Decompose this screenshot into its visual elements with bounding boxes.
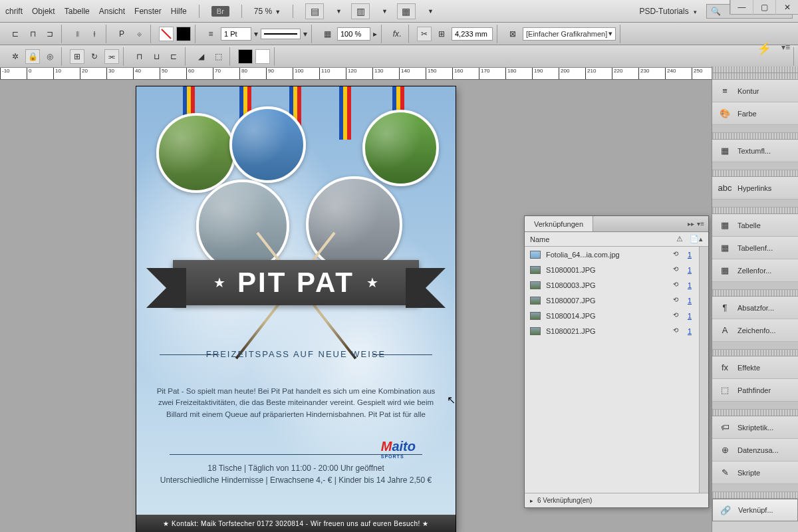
workspace-switcher[interactable]: PSD-Tutorials ▾ [639, 7, 697, 16]
align-right-icon[interactable]: ⊐ [43, 27, 57, 41]
dock-item-verkn-pf-[interactable]: 🔗Verknüpf... [712, 499, 798, 521]
crop-icon[interactable]: ✂ [417, 27, 432, 41]
corner-icon[interactable]: ◢ [194, 49, 208, 64]
fill-black-swatch[interactable] [238, 49, 253, 64]
dock-item-pathfinder[interactable]: ⬚Pathfinder [712, 379, 798, 402]
dock-item-tabelle[interactable]: ▦Tabelle [712, 214, 798, 237]
fill-swatch[interactable] [159, 27, 174, 41]
dock-item-farbe[interactable]: 🎨Farbe [712, 102, 798, 125]
link-count[interactable]: 1 [686, 266, 694, 274]
rotate-icon[interactable]: ↻ [87, 49, 102, 64]
link-thumbnail [530, 327, 541, 335]
zoom-level[interactable]: 75 %▼ [254, 7, 281, 16]
minimize-button[interactable]: — [730, 0, 753, 15]
dock-item-skripte[interactable]: ✎Skripte [712, 462, 798, 484]
link-count[interactable]: 1 [686, 251, 694, 259]
link-icon[interactable]: ⫘ [104, 49, 119, 64]
menu-objekt[interactable]: Objekt [32, 7, 55, 16]
links-scrollbar[interactable] [699, 247, 708, 493]
dock-grip[interactable] [712, 66, 798, 73]
stroke-swatch[interactable] [176, 27, 191, 41]
dock-item-textumfl-[interactable]: ▦Textumfl... [712, 140, 798, 162]
relink-icon[interactable]: ⟲ [671, 311, 680, 321]
links-tab[interactable]: Verknüpfungen [525, 216, 593, 231]
pathfinder-icon[interactable]: ⬚ [211, 49, 225, 64]
dock-item-zeichenfo-[interactable]: AZeichenfo... [712, 319, 798, 342]
dock-item-hyperlinks[interactable]: abcHyperlinks [712, 177, 798, 200]
measure-input[interactable] [452, 27, 493, 41]
link-row[interactable]: Fotolia_64...ia.com.jpg ⟲ 1 [525, 247, 699, 262]
dock-item-skriptetik-[interactable]: 🏷Skriptetik... [712, 416, 798, 439]
paragraph-icon[interactable]: P [114, 27, 129, 41]
dock-item-icon: fx [719, 362, 731, 373]
dock-item-tabellenf-[interactable]: ▦Tabellenf... [712, 237, 798, 259]
distribute-h-icon[interactable]: ⫴ [70, 27, 84, 41]
menu-fenster[interactable]: Fenster [134, 7, 162, 16]
align-center-icon[interactable]: ⊓ [25, 27, 40, 41]
link-row[interactable]: S1080014.JPG ⟲ 1 [525, 308, 699, 323]
grid-icon[interactable]: ⊞ [70, 49, 84, 64]
expand-icon[interactable]: ▸ [530, 497, 533, 504]
bridge-button[interactable]: Br [211, 6, 229, 17]
link-count[interactable]: 1 [686, 297, 694, 305]
fill-white-swatch[interactable] [255, 49, 270, 64]
photo-circle-1[interactable] [156, 113, 236, 193]
view-mode-2-icon[interactable]: ▥ [351, 3, 370, 19]
links-list[interactable]: Fotolia_64...ia.com.jpg ⟲ 1 S1080001.JPG… [525, 247, 699, 493]
fx-icon[interactable]: fx. [390, 27, 404, 41]
dock-item-kontur[interactable]: ≡Kontur [712, 80, 798, 102]
panel-menu-icon[interactable]: ▾≡ [697, 220, 704, 227]
wrap-icon[interactable]: ⊔ [149, 49, 164, 64]
dock-item-zellenfor-[interactable]: ▦Zellenfor... [712, 259, 798, 282]
ruler-tick: 30 [106, 68, 133, 79]
link-count[interactable]: 1 [686, 281, 694, 289]
opacity-input[interactable] [337, 27, 370, 41]
column-page-icon[interactable]: 📄▴ [690, 235, 703, 243]
panel-menu-icon[interactable]: ▾≡ [781, 43, 790, 52]
lock-icon[interactable]: 🔒 [25, 49, 40, 64]
maximize-button[interactable]: ▢ [753, 0, 775, 15]
dock-item-datenzusa-[interactable]: ⊕Datenzusa... [712, 439, 798, 462]
relink-icon[interactable]: ⟲ [671, 327, 680, 336]
anchor-icon[interactable]: ⊓ [132, 49, 146, 64]
dock-item-effekte[interactable]: fxEffekte [712, 356, 798, 379]
relink-icon[interactable]: ⟲ [671, 250, 680, 259]
view-mode-1-icon[interactable]: ▤ [305, 3, 324, 19]
link-count[interactable]: 1 [686, 312, 694, 320]
link-row[interactable]: S1080003.JPG ⟲ 1 [525, 277, 699, 293]
snap-icon[interactable]: ✲ [8, 49, 23, 64]
link-row[interactable]: S1080021.JPG ⟲ 1 [525, 323, 699, 338]
close-button[interactable]: ✕ [775, 0, 798, 15]
warp-icon[interactable]: ⟐ [132, 27, 146, 41]
link-row[interactable]: S1080007.JPG ⟲ 1 [525, 293, 699, 308]
align-left-icon[interactable]: ⊏ [8, 27, 23, 41]
photo-circle-2[interactable] [229, 106, 306, 183]
links-panel[interactable]: Verknüpfungen ▸▸ ▾≡ Name ⚠ 📄▴ Fotolia_64… [524, 215, 709, 508]
horizontal-ruler[interactable]: -100102030405060708090100110120130140150… [0, 68, 798, 80]
ruler-tick: 40 [133, 68, 160, 79]
relink-icon[interactable]: ⟲ [671, 281, 680, 290]
title-banner[interactable]: ★ PIT PAT ★ [150, 256, 442, 309]
document-page[interactable]: ★ PIT PAT ★ FREIZEITSPASS AUF NEUE WEISE… [136, 86, 456, 532]
stroke-weight-input[interactable] [221, 27, 251, 41]
panel-collapse-icon[interactable]: ▸▸ [688, 220, 694, 227]
frame-style-select[interactable]: [Einfacher Grafikrahmen]▾ [523, 27, 616, 41]
menu-tabelle[interactable]: Tabelle [65, 7, 90, 16]
link-count[interactable]: 1 [686, 327, 694, 335]
column-name[interactable]: Name [530, 235, 549, 243]
text-icon[interactable]: ⊏ [166, 49, 181, 64]
dock-item-absatzfor-[interactable]: ¶Absatzfor... [712, 297, 798, 319]
distribute-v-icon[interactable]: ⫲ [87, 27, 102, 41]
link-row[interactable]: S1080001.JPG ⟲ 1 [525, 262, 699, 277]
relink-icon[interactable]: ⟲ [671, 296, 680, 305]
photo-circle-3[interactable] [362, 110, 439, 186]
menu-hilfe[interactable]: Hilfe [171, 7, 187, 16]
gpu-icon[interactable]: ⚡ [757, 41, 771, 56]
target-icon[interactable]: ◎ [43, 49, 57, 64]
stroke-style-preview[interactable] [261, 29, 301, 39]
relink-icon[interactable]: ⟲ [671, 265, 680, 275]
view-mode-3-icon[interactable]: ▦ [397, 3, 416, 19]
menu-schrift[interactable]: chrift [5, 7, 23, 16]
menu-ansicht[interactable]: Ansicht [99, 7, 125, 16]
column-warning-icon[interactable]: ⚠ [676, 235, 683, 243]
